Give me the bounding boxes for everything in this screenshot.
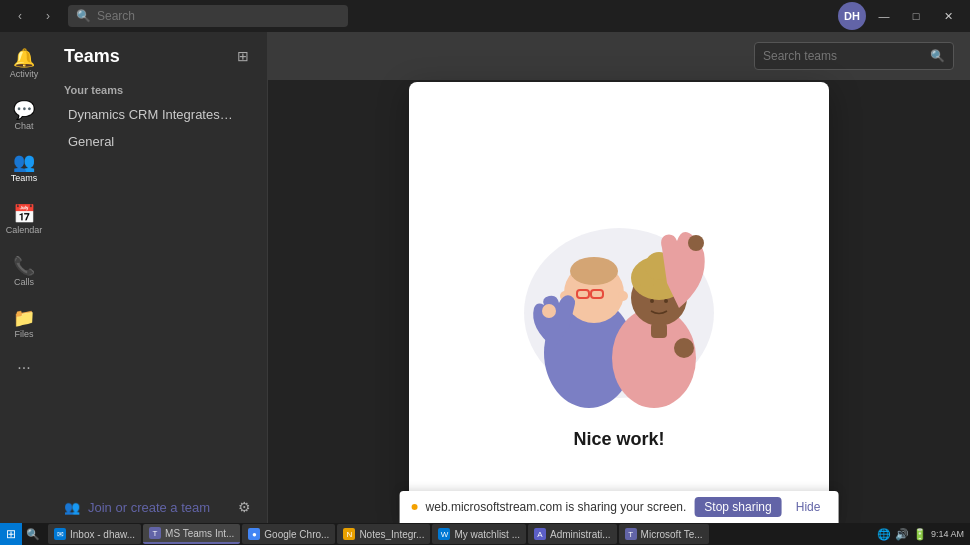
sidebar-item-teams[interactable]: 👥 Teams xyxy=(4,144,44,192)
taskbar-right: 🌐 🔊 🔋 9:14 AM xyxy=(871,528,970,541)
celebration-illustration xyxy=(499,153,739,413)
close-button[interactable]: ✕ xyxy=(934,4,962,28)
content-body: Nice work! web.microsoftstream.com is sh… xyxy=(268,80,970,523)
sidebar-item-activity[interactable]: 🔔 Activity xyxy=(4,40,44,88)
activity-icon: 🔔 xyxy=(13,49,35,67)
search-teams-bar[interactable]: 🔍 xyxy=(754,42,954,70)
svg-rect-17 xyxy=(651,323,667,338)
files-icon: 📁 xyxy=(13,309,35,327)
hide-button[interactable]: Hide xyxy=(790,497,827,517)
title-bar: ‹ › 🔍 DH — □ ✕ xyxy=(0,0,970,32)
title-bar-right: DH — □ ✕ xyxy=(838,2,962,30)
your-teams-label: Your teams xyxy=(48,76,267,100)
settings-icon: ⚙ xyxy=(238,499,251,515)
calendar-label: Calendar xyxy=(6,225,43,235)
team-item-dynamics-name: Dynamics CRM Integrates with ... xyxy=(68,107,235,122)
modal-overlay: Nice work! xyxy=(268,80,970,523)
sidebar-nav: 🔔 Activity 💬 Chat 👥 Teams 📅 Calendar 📞 C… xyxy=(0,32,48,523)
content-toolbar: 🔍 xyxy=(268,32,970,80)
activity-label: Activity xyxy=(10,69,39,79)
teams-icon: 👥 xyxy=(13,153,35,171)
maximize-button[interactable]: □ xyxy=(902,4,930,28)
start-button[interactable]: ⊞ xyxy=(0,523,22,545)
taskbar-item-6[interactable]: TMicrosoft Te... xyxy=(619,524,709,544)
join-label: Join or create a team xyxy=(88,500,210,515)
team-item-general-name: General xyxy=(68,134,247,149)
taskbar-item-5[interactable]: AAdministrati... xyxy=(528,524,617,544)
volume-icon: 🔊 xyxy=(895,528,909,541)
taskbar: ⊞ 🔍 ✉Inbox - dhaw...TMS Teams Int...●Goo… xyxy=(0,523,970,545)
search-teams-icon: 🔍 xyxy=(930,49,945,63)
filter-button[interactable]: ⊞ xyxy=(231,44,255,68)
taskbar-search-button[interactable]: 🔍 xyxy=(22,523,44,545)
title-bar-left: ‹ › 🔍 xyxy=(8,4,348,28)
nav-buttons: ‹ › xyxy=(8,4,60,28)
screen-share-message: web.microsoftstream.com is sharing your … xyxy=(426,500,687,514)
global-search-bar[interactable]: 🔍 xyxy=(68,5,348,27)
svg-point-19 xyxy=(664,299,668,303)
svg-point-8 xyxy=(618,291,628,301)
files-label: Files xyxy=(14,329,33,339)
modal-title: Nice work! xyxy=(573,429,664,450)
teams-icon-small: 👥 xyxy=(64,500,80,515)
svg-point-18 xyxy=(650,299,654,303)
calls-label: Calls xyxy=(14,277,34,287)
taskbar-time: 9:14 AM xyxy=(931,529,964,540)
taskbar-item-3[interactable]: NNotes_Integr... xyxy=(337,524,430,544)
search-icon: 🔍 xyxy=(76,9,91,23)
stop-sharing-button[interactable]: Stop sharing xyxy=(694,497,781,517)
svg-point-16 xyxy=(688,235,704,251)
share-indicator-dot xyxy=(412,504,418,510)
teams-panel-header: Teams ⊞ xyxy=(48,32,267,76)
search-input[interactable] xyxy=(97,9,340,23)
taskbar-item-1[interactable]: TMS Teams Int... xyxy=(143,524,240,544)
teams-panel: Teams ⊞ Your teams Dynamics CRM Integrat… xyxy=(48,32,268,523)
sidebar-item-chat[interactable]: 💬 Chat xyxy=(4,92,44,140)
svg-point-20 xyxy=(674,338,694,358)
teams-panel-title: Teams xyxy=(64,46,120,67)
user-avatar[interactable]: DH xyxy=(838,2,866,30)
calendar-icon: 📅 xyxy=(13,205,35,223)
content-area: 🔍 xyxy=(268,32,970,523)
chat-label: Chat xyxy=(14,121,33,131)
taskbar-item-4[interactable]: WMy watchlist ... xyxy=(432,524,526,544)
taskbar-item-0[interactable]: ✉Inbox - dhaw... xyxy=(48,524,141,544)
main-layout: 🔔 Activity 💬 Chat 👥 Teams 📅 Calendar 📞 C… xyxy=(0,32,970,523)
forward-button[interactable]: › xyxy=(36,4,60,28)
svg-point-3 xyxy=(570,257,618,285)
modal-illustration xyxy=(499,153,739,413)
team-item-general[interactable]: General xyxy=(52,128,263,155)
network-icon: 🌐 xyxy=(877,528,891,541)
taskbar-item-2[interactable]: ●Google Chro... xyxy=(242,524,335,544)
screen-share-bar: web.microsoftstream.com is sharing your … xyxy=(400,491,839,523)
nice-work-modal: Nice work! xyxy=(409,82,829,522)
search-teams-input[interactable] xyxy=(763,49,924,63)
sidebar-item-calendar[interactable]: 📅 Calendar xyxy=(4,196,44,244)
minimize-button[interactable]: — xyxy=(870,4,898,28)
sidebar-item-calls[interactable]: 📞 Calls xyxy=(4,248,44,296)
taskbar-items: ✉Inbox - dhaw...TMS Teams Int...●Google … xyxy=(44,524,871,544)
teams-label: Teams xyxy=(11,173,38,183)
more-apps-button[interactable]: ··· xyxy=(4,352,44,384)
calls-icon: 📞 xyxy=(13,257,35,275)
battery-icon: 🔋 xyxy=(913,528,927,541)
svg-point-9 xyxy=(542,304,556,318)
sidebar-item-files[interactable]: 📁 Files xyxy=(4,300,44,348)
back-button[interactable]: ‹ xyxy=(8,4,32,28)
join-create-team-button[interactable]: 👥 Join or create a team ⚙ xyxy=(48,491,267,523)
chat-icon: 💬 xyxy=(13,101,35,119)
team-item-dynamics[interactable]: Dynamics CRM Integrates with ... ··· xyxy=(52,100,263,128)
